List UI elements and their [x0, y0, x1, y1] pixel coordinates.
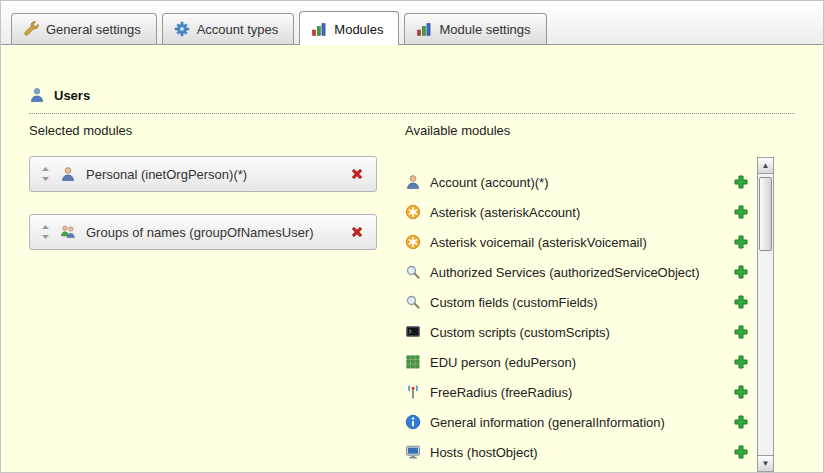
module-label: Asterisk voicemail (asteriskVoicemail): [430, 235, 724, 250]
available-module-row: Custom scripts (customScripts): [405, 317, 757, 347]
module-label: Personal (inetOrgPerson)(*): [86, 167, 339, 182]
add-module-button[interactable]: [733, 204, 749, 220]
available-module-row: Hosts (hostObject): [405, 437, 757, 467]
available-module-row: Asterisk (asteriskAccount): [405, 197, 757, 227]
magnifier-icon: [405, 294, 421, 310]
add-module-button[interactable]: [733, 234, 749, 250]
available-module-row: Custom fields (customFields): [405, 287, 757, 317]
available-list-scrollbar[interactable]: ▲ ▼: [757, 157, 774, 472]
tab-label: Modules: [334, 22, 383, 37]
tab-bar: General settings Account types Modules M…: [1, 1, 823, 45]
user-icon: [29, 87, 45, 103]
available-module-row: Asterisk voicemail (asteriskVoicemail): [405, 227, 757, 257]
wrench-icon: [23, 21, 39, 37]
asterisk-icon: [405, 234, 421, 250]
tab-label: General settings: [46, 22, 141, 37]
person-icon: [60, 166, 76, 182]
module-label: FreeRadius (freeRadius): [430, 385, 724, 400]
selected-module-row[interactable]: Personal (inetOrgPerson)(*): [29, 156, 377, 192]
tab-general-settings[interactable]: General settings: [11, 13, 157, 44]
person-icon: [405, 174, 421, 190]
modules-icon: [416, 21, 432, 37]
tab-label: Module settings: [439, 22, 530, 37]
available-module-row: Authorized Services (authorizedServiceOb…: [405, 257, 757, 287]
magnifier-icon: [405, 264, 421, 280]
available-modules-list: Account (account)(*) Asterisk (asteriskA…: [405, 167, 757, 472]
tab-panel-modules: Users Selected modules Available modules…: [1, 45, 823, 472]
scrollbar-thumb[interactable]: [759, 177, 772, 251]
add-module-button[interactable]: [733, 324, 749, 340]
remove-module-button[interactable]: [349, 224, 365, 240]
group-icon: [60, 224, 76, 240]
available-module-row: General information (generalInformation): [405, 407, 757, 437]
module-label: Account (account)(*): [430, 175, 724, 190]
tab-modules[interactable]: Modules: [299, 11, 399, 45]
remove-module-button[interactable]: [349, 166, 365, 182]
scroll-up-button[interactable]: ▲: [758, 158, 773, 174]
tab-module-settings[interactable]: Module settings: [404, 13, 546, 44]
section-divider: [29, 113, 795, 114]
module-label: Hosts (hostObject): [430, 445, 724, 460]
drag-handle-icon[interactable]: [41, 225, 50, 239]
available-module-row: EDU person (eduPerson): [405, 347, 757, 377]
add-module-button[interactable]: [733, 294, 749, 310]
computer-icon: [405, 444, 421, 460]
grid-icon: [405, 354, 421, 370]
add-module-button[interactable]: [733, 384, 749, 400]
add-module-button[interactable]: [733, 174, 749, 190]
module-label: Groups of names (groupOfNamesUser): [86, 225, 339, 240]
module-label: EDU person (eduPerson): [430, 355, 724, 370]
modules-icon: [311, 21, 327, 37]
scroll-down-button[interactable]: ▼: [758, 455, 773, 471]
add-module-button[interactable]: [733, 354, 749, 370]
page-title: Users: [54, 88, 90, 103]
module-label: Authorized Services (authorizedServiceOb…: [430, 265, 724, 280]
module-label: Asterisk (asteriskAccount): [430, 205, 724, 220]
tab-label: Account types: [197, 22, 279, 37]
terminal-icon: [405, 324, 421, 340]
available-module-row: FreeRadius (freeRadius): [405, 377, 757, 407]
drag-handle-icon[interactable]: [41, 167, 50, 181]
antenna-icon: [405, 384, 421, 400]
section-header: Users: [29, 87, 90, 103]
available-module-row: Account (account)(*): [405, 167, 757, 197]
add-module-button[interactable]: [733, 264, 749, 280]
tab-account-types[interactable]: Account types: [162, 13, 295, 44]
module-label: General information (generalInformation): [430, 415, 724, 430]
add-module-button[interactable]: [733, 444, 749, 460]
module-label: Custom scripts (customScripts): [430, 325, 724, 340]
selected-module-row[interactable]: Groups of names (groupOfNamesUser): [29, 214, 377, 250]
modules-config-window: General settings Account types Modules M…: [0, 0, 824, 473]
info-icon: [405, 414, 421, 430]
selected-modules-heading: Selected modules: [29, 123, 132, 138]
selected-modules-list: Personal (inetOrgPerson)(*) Groups of na…: [29, 156, 377, 272]
available-modules-heading: Available modules: [405, 123, 510, 138]
asterisk-icon: [405, 204, 421, 220]
gear-icon: [174, 21, 190, 37]
arrow-up-icon: ▲: [762, 161, 770, 170]
arrow-down-icon: ▼: [762, 459, 770, 468]
module-label: Custom fields (customFields): [430, 295, 724, 310]
add-module-button[interactable]: [733, 414, 749, 430]
